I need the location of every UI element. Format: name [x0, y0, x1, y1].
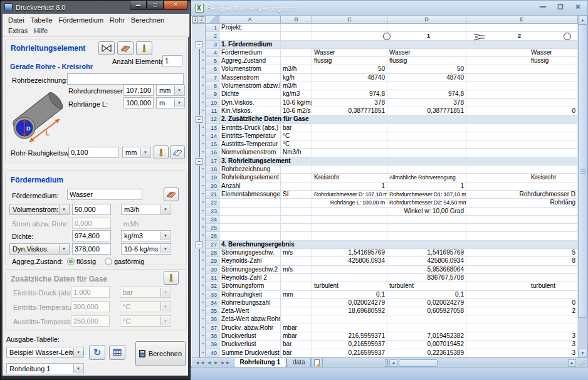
cell-B28[interactable]: m/s: [281, 249, 312, 257]
cell-D3[interactable]: [387, 41, 466, 50]
outline-level-1-button[interactable]: 1: [192, 16, 198, 23]
cell-C16[interactable]: [312, 149, 387, 157]
row-header-13[interactable]: 13: [206, 124, 219, 132]
cell-C9[interactable]: 974,8: [312, 90, 387, 98]
cell-C12[interactable]: [312, 115, 387, 124]
cell-B14[interactable]: °C: [281, 132, 312, 140]
row-header-5[interactable]: 5: [206, 57, 219, 65]
cell-C40[interactable]: 0,216595937: [312, 349, 387, 357]
cell-B20[interactable]: [281, 182, 312, 191]
row-header-8[interactable]: 8: [206, 82, 219, 90]
cell-A11[interactable]: Kin.Viskos.: [219, 107, 281, 115]
restore-button[interactable]: ❐: [556, 3, 565, 10]
cell-A5[interactable]: Aggreg.Zustand: [219, 57, 281, 65]
menu-datei[interactable]: Datei: [5, 15, 28, 26]
cell-C20[interactable]: 1: [312, 182, 387, 191]
radio-gasfoermig[interactable]: [105, 258, 112, 265]
cell-B25[interactable]: [281, 224, 312, 232]
cell-B30[interactable]: m/s: [281, 266, 312, 274]
cell-B35[interactable]: [281, 307, 312, 315]
cell-B11[interactable]: 10-6 m2/s: [281, 107, 312, 115]
cell-B22[interactable]: [281, 199, 312, 207]
cell-A16[interactable]: Normvolumenstrom: [219, 149, 281, 157]
cell-A35[interactable]: Zeta-Wert: [219, 307, 281, 315]
cell-A25[interactable]: [219, 224, 281, 232]
cell-D6[interactable]: 50: [387, 65, 466, 73]
cell-E26[interactable]: [466, 232, 578, 240]
row-header-20[interactable]: 20: [206, 182, 219, 191]
menu-foerdermedium[interactable]: Fördermedium: [56, 15, 107, 26]
row-header-22[interactable]: 22: [206, 199, 219, 207]
bezeichnung-input[interactable]: [67, 73, 184, 85]
cell-B31[interactable]: [281, 274, 312, 282]
cell-A23[interactable]: [219, 208, 281, 216]
horizontal-scroll-thumb[interactable]: [399, 359, 438, 367]
next-sheet-button[interactable]: ►: [214, 360, 219, 366]
cell-A1[interactable]: Projekt:: [219, 24, 281, 32]
cell-B5[interactable]: [281, 57, 312, 65]
row-header-17[interactable]: 17: [206, 157, 219, 166]
cell-E19[interactable]: Kreisrohr: [466, 174, 578, 182]
cell-D13[interactable]: [387, 124, 466, 132]
cell-C27[interactable]: [312, 241, 387, 250]
cell-A18[interactable]: Rohrbezeichnung: [219, 166, 281, 174]
material-button[interactable]: [117, 41, 134, 55]
cell-E30[interactable]: [466, 266, 578, 274]
cell-C36[interactable]: [312, 315, 387, 324]
cell-B1[interactable]: [281, 24, 312, 32]
cell-A17[interactable]: 3. Rohrleitungselement: [219, 157, 281, 166]
cell-E3[interactable]: [466, 41, 578, 50]
cell-E25[interactable]: [466, 224, 578, 232]
cell-D32[interactable]: turbulent: [387, 282, 466, 290]
cell-C35[interactable]: 18,69680592: [312, 307, 387, 315]
scroll-down-arrow[interactable]: ▼: [578, 349, 587, 357]
cell-B7[interactable]: kg/h: [281, 74, 312, 82]
row-header-7[interactable]: 7: [206, 74, 219, 82]
cell-E38[interactable]: 3: [466, 332, 578, 340]
cell-E8[interactable]: [466, 82, 578, 90]
row-header-24[interactable]: 24: [206, 216, 219, 224]
strom-type-select[interactable]: Volumenstrom:▼: [9, 204, 70, 215]
cell-A31[interactable]: Reynolds-Zahl 2: [219, 274, 281, 282]
cell-D23[interactable]: Winkel w: 10,00 Grad: [387, 208, 466, 216]
cell-D38[interactable]: 7,019452382: [387, 332, 466, 340]
collapse-group-button[interactable]: −: [192, 241, 206, 250]
cell-C28[interactable]: 1,541695769: [312, 249, 387, 257]
cell-C18[interactable]: [312, 166, 387, 174]
row-header-30[interactable]: 30: [206, 266, 219, 274]
medium-input[interactable]: [67, 189, 142, 200]
cell-B8[interactable]: m3/h: [281, 82, 312, 90]
collapse-group-button[interactable]: −: [192, 41, 206, 50]
cell-B32[interactable]: [281, 282, 312, 290]
cell-E29[interactable]: 8: [466, 257, 578, 265]
cell-D21[interactable]: Rohrdurchmesser D1: 107,10 mm: [387, 191, 466, 199]
cell-A37[interactable]: Druckv. abzw.Rohr: [219, 324, 281, 332]
prev-sheet-button[interactable]: ◄: [207, 360, 212, 366]
cell-D1[interactable]: [387, 24, 466, 32]
row-header-3[interactable]: 3: [206, 41, 219, 50]
cell-E36[interactable]: [466, 315, 578, 324]
cell-A30[interactable]: Strömungsgeschw.2: [219, 266, 281, 274]
cell-A8[interactable]: Volumenstrom abzw.Rohr: [219, 82, 281, 90]
cell-B21[interactable]: SI: [281, 191, 312, 199]
cell-C22[interactable]: Rohrlänge L: 100,00 m: [312, 199, 387, 207]
insert-sheet-tab[interactable]: [311, 358, 323, 367]
durchmesser-input[interactable]: [123, 85, 154, 96]
cell-E12[interactable]: [466, 115, 578, 124]
menu-rohr[interactable]: Rohr: [107, 15, 128, 26]
outline-level-2-button[interactable]: 2: [199, 16, 204, 23]
tab-split-handle[interactable]: [385, 359, 388, 367]
cell-D29[interactable]: 425806,0934: [387, 257, 466, 265]
cell-D4[interactable]: Wasser: [387, 49, 466, 57]
cell-D10[interactable]: 378: [387, 99, 466, 107]
cell-B36[interactable]: [281, 315, 312, 324]
cell-C5[interactable]: flüssig: [312, 57, 387, 65]
rohrleitung-select[interactable]: Rohrleitung 1▼: [6, 363, 84, 374]
cell-E28[interactable]: 5: [466, 249, 578, 257]
cell-A21[interactable]: Elementabmessungen: [219, 191, 281, 199]
row-header-2[interactable]: 2: [206, 32, 219, 40]
cell-C29[interactable]: 425806,0934: [312, 257, 387, 265]
cell-E35[interactable]: 2: [466, 307, 578, 315]
cell-C38[interactable]: 216,5959371: [312, 332, 387, 340]
collapse-group-button[interactable]: −: [192, 115, 206, 124]
